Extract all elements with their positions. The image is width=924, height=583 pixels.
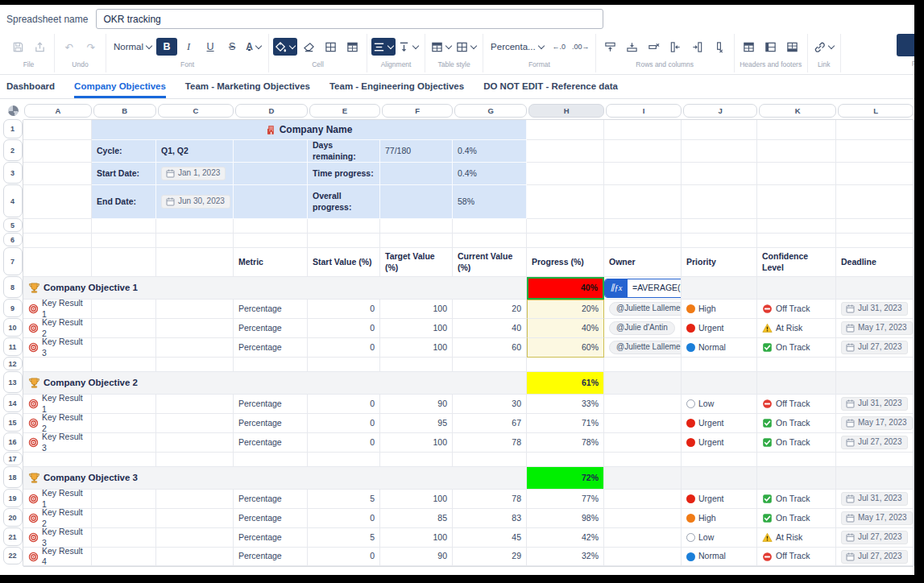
cell-D9[interactable]: Percentage: [234, 300, 308, 319]
cell-L21[interactable]: Jul 27, 2023: [836, 528, 914, 548]
cell-D11[interactable]: Percentage: [234, 338, 308, 358]
date-pill[interactable]: Jul 31, 2023: [841, 397, 908, 411]
cell-E11[interactable]: 0: [308, 338, 380, 358]
cell-H10[interactable]: 40%: [527, 319, 604, 338]
cell-H19[interactable]: 77%: [527, 490, 604, 509]
cell-D10[interactable]: Percentage: [234, 319, 308, 338]
cell-I11[interactable]: @Juliette Lallement: [604, 338, 682, 358]
cell-J6[interactable]: [682, 234, 757, 248]
sheet-options-icon[interactable]: [2, 104, 23, 118]
vertical-align-button[interactable]: [396, 38, 421, 56]
cell-D3[interactable]: [234, 163, 308, 185]
insert-column-right-icon[interactable]: [687, 38, 708, 56]
cell-J8[interactable]: [682, 277, 757, 300]
tab-company-objectives[interactable]: Company Objectives: [74, 75, 166, 98]
row-header-14[interactable]: 14: [3, 394, 23, 412]
cell-L2[interactable]: [836, 140, 914, 163]
cell-K12[interactable]: [757, 358, 836, 372]
cell-J16[interactable]: Urgent: [682, 433, 757, 453]
cell-I16[interactable]: [604, 433, 682, 453]
cell-E21[interactable]: 5: [308, 528, 380, 548]
cell-E3[interactable]: Time progress:: [308, 163, 380, 185]
cell-B1[interactable]: Company Name: [92, 120, 527, 140]
cell-C21[interactable]: [156, 528, 234, 548]
cell-G22[interactable]: 29: [453, 548, 527, 566]
tab-team-marketing-objectives[interactable]: Team - Marketing Objectives: [185, 75, 310, 98]
cell-G2[interactable]: 0.4%: [453, 140, 527, 163]
cell-H11[interactable]: 60%: [527, 338, 604, 358]
cell-H2[interactable]: [527, 140, 604, 163]
cell-E5[interactable]: [308, 219, 380, 234]
cell-J11[interactable]: Normal: [682, 338, 757, 358]
cell-K4[interactable]: [757, 185, 836, 219]
cell-E15[interactable]: 0: [308, 414, 380, 433]
cell-K22[interactable]: Off Track: [757, 548, 836, 566]
column-header-H[interactable]: H: [528, 104, 604, 118]
cell-J15[interactable]: Urgent: [682, 414, 757, 433]
spreadsheet-name-input[interactable]: [96, 9, 603, 29]
cell-B11[interactable]: [92, 338, 156, 358]
cell-B16[interactable]: [92, 433, 156, 453]
cell-L13[interactable]: [836, 372, 914, 395]
cell-K10[interactable]: At Risk: [757, 319, 836, 338]
cell-H16[interactable]: 78%: [527, 433, 604, 453]
cell-A6[interactable]: [23, 234, 92, 248]
cell-B22[interactable]: [92, 548, 156, 566]
cell-F14[interactable]: 90: [380, 395, 453, 414]
date-pill[interactable]: Jun 30, 2023: [161, 195, 230, 209]
cell-C19[interactable]: [156, 490, 234, 509]
cell-J19[interactable]: Urgent: [682, 490, 757, 509]
column-header-K[interactable]: K: [759, 104, 836, 118]
cell-J4[interactable]: [682, 185, 757, 219]
column-header-F[interactable]: F: [382, 104, 453, 118]
cell-H4[interactable]: [527, 185, 604, 219]
cell-L4[interactable]: [836, 185, 914, 219]
cell-G16[interactable]: 78: [453, 433, 527, 453]
number-format-dropdown[interactable]: Percenta...: [487, 38, 548, 56]
date-pill[interactable]: May 17, 2023: [841, 511, 913, 525]
cell-L6[interactable]: [836, 234, 914, 248]
cell-G17[interactable]: [453, 453, 527, 467]
cell-E20[interactable]: 0: [308, 509, 380, 528]
row-header-2[interactable]: 2: [3, 139, 23, 161]
delete-column-icon[interactable]: [709, 38, 730, 56]
cell-D21[interactable]: Percentage: [234, 528, 308, 548]
cell-B7[interactable]: [92, 248, 156, 277]
cell-K17[interactable]: [757, 453, 836, 467]
cell-G19[interactable]: 78: [453, 490, 527, 509]
cell-G15[interactable]: 67: [453, 414, 527, 433]
row-header-22[interactable]: 22: [3, 547, 23, 564]
cell-I9[interactable]: @Juliette Lallement: [604, 300, 682, 319]
cell-H6[interactable]: [527, 234, 604, 248]
cell-A4[interactable]: [23, 185, 92, 219]
cell-A7[interactable]: [23, 248, 92, 277]
tab-do-not-edit-reference-data[interactable]: DO NOT EDIT - Reference data: [483, 75, 618, 98]
cell-D2[interactable]: [234, 140, 308, 163]
cell-H22[interactable]: 32%: [527, 548, 604, 566]
cell-E7[interactable]: Start Value (%): [308, 248, 380, 277]
cell-D16[interactable]: Percentage: [234, 433, 308, 453]
cell-E14[interactable]: 0: [308, 395, 380, 414]
cell-K2[interactable]: [757, 140, 836, 163]
cell-H14[interactable]: 33%: [527, 395, 604, 414]
table-style-button[interactable]: [429, 38, 454, 56]
cell-E16[interactable]: 0: [308, 433, 380, 453]
cell-D17[interactable]: [234, 453, 308, 467]
merge-cells-icon[interactable]: [320, 38, 341, 56]
date-pill[interactable]: Jul 31, 2023: [841, 492, 908, 506]
cell-C5[interactable]: [156, 219, 234, 234]
cell-C20[interactable]: [156, 509, 234, 528]
cell-L19[interactable]: Jul 31, 2023: [836, 490, 914, 509]
cell-D12[interactable]: [234, 358, 308, 372]
cell-B5[interactable]: [92, 219, 156, 234]
cell-D15[interactable]: Percentage: [234, 414, 308, 433]
cell-I15[interactable]: [604, 414, 682, 433]
cell-J13[interactable]: [682, 372, 757, 395]
cell-B9[interactable]: [92, 300, 156, 319]
horizontal-align-button[interactable]: [371, 38, 396, 56]
cell-I21[interactable]: [604, 528, 682, 548]
cell-G14[interactable]: 30: [453, 395, 527, 414]
cell-A22[interactable]: Key Result 4: [23, 548, 92, 566]
header-column-icon[interactable]: [760, 38, 781, 56]
header-row-icon[interactable]: [739, 38, 760, 56]
